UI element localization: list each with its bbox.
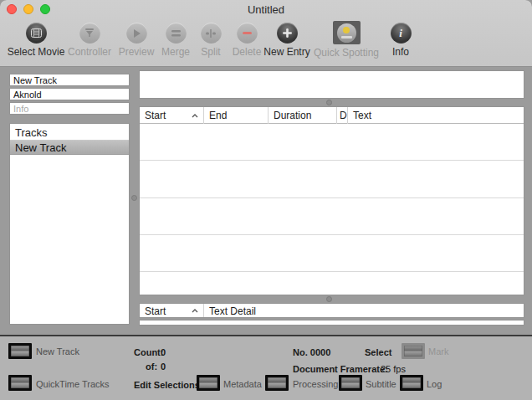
quick-spotting-selected-bg bbox=[333, 21, 361, 44]
column-header-duration[interactable]: Duration bbox=[269, 107, 337, 124]
new-track-button[interactable] bbox=[8, 343, 32, 359]
framerate-label: Document Framerate: bbox=[293, 364, 388, 374]
column-header-d[interactable]: D bbox=[337, 107, 348, 124]
toolbar-preview[interactable]: Preview bbox=[111, 23, 161, 63]
count-label: Count: bbox=[134, 347, 163, 357]
metadata-button-label: Metadata bbox=[223, 379, 262, 389]
table-row[interactable] bbox=[140, 161, 524, 198]
toolbar-info[interactable]: i Info bbox=[384, 23, 417, 63]
track-name-input[interactable] bbox=[9, 74, 130, 86]
split-icon bbox=[201, 23, 222, 44]
toolbar-label: Quick Spotting bbox=[314, 47, 379, 59]
window-chrome: Untitled Select Movie Controller Preview bbox=[0, 0, 532, 67]
subtitle-button[interactable] bbox=[339, 375, 362, 391]
column-header-end[interactable]: End bbox=[204, 107, 269, 124]
log-button[interactable] bbox=[400, 375, 423, 391]
film-icon bbox=[26, 23, 47, 44]
entries-table: Start End Duration D Text bbox=[139, 106, 524, 295]
tracks-list: Tracks New Track bbox=[9, 123, 130, 325]
quicktime-tracks-button[interactable] bbox=[8, 375, 32, 391]
quick-spotting-icon bbox=[337, 23, 356, 43]
toolbar-controller[interactable]: Controller bbox=[60, 23, 119, 63]
play-icon bbox=[126, 23, 147, 44]
toolbar-label: New Entry bbox=[263, 46, 309, 58]
of-value: 0 bbox=[161, 362, 166, 372]
toolbar-merge[interactable]: Merge bbox=[155, 23, 197, 63]
author-input[interactable] bbox=[9, 88, 130, 100]
toolbar-label: Select Movie bbox=[8, 46, 65, 58]
bottom-bar: New Track Demo Version QuickTime Tracks … bbox=[0, 335, 532, 400]
detail-table-header: Start Text Detail bbox=[139, 303, 524, 318]
toolbar-label: Preview bbox=[119, 46, 155, 58]
title-bar[interactable]: Untitled bbox=[0, 0, 532, 18]
processing-button[interactable] bbox=[265, 375, 289, 391]
column-header-start[interactable]: Start bbox=[140, 107, 204, 124]
top-splitter-handle[interactable] bbox=[326, 100, 332, 105]
subtitle-button-label: Subtitle bbox=[366, 379, 396, 389]
of-label: of: bbox=[146, 362, 157, 372]
log-button-label: Log bbox=[427, 379, 442, 389]
toolbar-label: Info bbox=[392, 46, 409, 58]
entry-number-label: No. 0000 bbox=[293, 347, 330, 357]
detail-column-text-detail[interactable]: Text Detail bbox=[204, 304, 525, 317]
vertical-splitter-handle[interactable] bbox=[131, 195, 137, 201]
entries-table-header: Start End Duration D Text bbox=[140, 107, 524, 124]
toolbar-quick-spotting[interactable]: Quick Spotting bbox=[309, 23, 384, 63]
processing-button-label: Processing bbox=[293, 379, 338, 389]
info-input[interactable] bbox=[9, 102, 130, 115]
detail-table-body[interactable] bbox=[139, 320, 524, 326]
toolbar-new-entry[interactable]: New Entry bbox=[258, 23, 316, 63]
plus-icon bbox=[277, 23, 298, 44]
merge-icon bbox=[166, 23, 187, 44]
window-title: Untitled bbox=[0, 3, 532, 16]
toolbar-label: Controller bbox=[68, 46, 111, 58]
mark-button-label: Mark bbox=[428, 346, 448, 356]
sort-asc-icon bbox=[192, 114, 198, 118]
app-window: Untitled Select Movie Controller Preview bbox=[0, 0, 532, 400]
quicktime-tracks-label: QuickTime Tracks bbox=[36, 379, 110, 389]
delete-minus-icon bbox=[237, 23, 258, 44]
tracks-list-header: Tracks bbox=[10, 124, 129, 141]
controller-icon bbox=[79, 23, 100, 44]
toolbar-split[interactable]: Split bbox=[192, 23, 230, 63]
table-row[interactable] bbox=[140, 272, 524, 295]
sort-asc-icon bbox=[192, 309, 198, 313]
select-label: Select bbox=[365, 347, 391, 357]
mark-button[interactable] bbox=[402, 343, 425, 359]
new-track-button-label: New Track bbox=[36, 346, 79, 356]
count-value: 0 bbox=[161, 347, 166, 357]
edit-selections-label: Edit Selections: bbox=[134, 380, 203, 390]
metadata-button[interactable] bbox=[197, 375, 220, 391]
toolbar-label: Merge bbox=[161, 46, 190, 58]
detail-column-start[interactable]: Start bbox=[140, 304, 204, 317]
column-header-text[interactable]: Text bbox=[348, 107, 525, 124]
toolbar-label: Split bbox=[201, 46, 220, 58]
bottom-splitter-handle[interactable] bbox=[326, 296, 332, 302]
table-row[interactable] bbox=[140, 235, 524, 272]
toolbar-select-movie[interactable]: Select Movie bbox=[3, 23, 69, 63]
subtitle-preview-box[interactable] bbox=[139, 70, 524, 99]
track-list-item[interactable]: New Track bbox=[10, 141, 129, 155]
framerate-value: 25 fps bbox=[381, 364, 406, 374]
table-row[interactable] bbox=[140, 124, 524, 161]
info-icon: i bbox=[391, 23, 412, 44]
table-row[interactable] bbox=[140, 198, 524, 235]
